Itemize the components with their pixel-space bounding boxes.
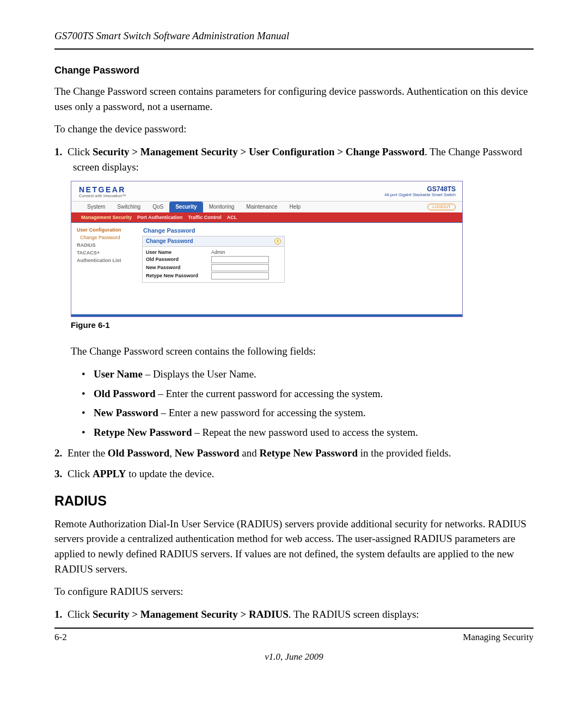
horizontal-rule bbox=[54, 48, 534, 50]
label-old-password: Old Password bbox=[146, 257, 211, 262]
label-retype-password: Retype New Password bbox=[146, 273, 211, 278]
procedure-lead: To change the device password: bbox=[54, 121, 534, 137]
desc: – Enter a new password for accessing the… bbox=[158, 407, 366, 418]
bullet-user-name: User Name – Displays the User Name. bbox=[82, 366, 534, 382]
tab-security[interactable]: Security bbox=[169, 202, 203, 212]
subtab-port-auth[interactable]: Port Authentication bbox=[137, 215, 182, 220]
desc: – Enter the current password for accessi… bbox=[156, 388, 383, 399]
model-name: GS748TS bbox=[384, 186, 456, 193]
info-icon[interactable]: i bbox=[274, 238, 281, 245]
section-name: Managing Security bbox=[463, 632, 534, 643]
step-text: Click bbox=[68, 146, 93, 157]
doc-title: GS700TS Smart Switch Software Administra… bbox=[54, 30, 534, 42]
radius-step-1: 1.Click Security > Management Security >… bbox=[54, 607, 534, 623]
panel-body: User Name Admin Old Password New Passwor… bbox=[143, 247, 284, 282]
desc: – Repeat the new password used to access… bbox=[192, 427, 418, 438]
bullet-new-password: New Password – Enter a new password for … bbox=[82, 405, 534, 421]
brand-tagline: Connect with Innovation™ bbox=[79, 194, 126, 198]
panel-outer-title: Change Password bbox=[142, 226, 457, 236]
tab-maintenance[interactable]: Maintenance bbox=[240, 202, 283, 212]
label-user-name: User Name bbox=[146, 249, 211, 255]
logout-button[interactable]: LOGOUT bbox=[427, 204, 456, 210]
sc-sidebar: User Configuration Change Password RADIU… bbox=[71, 223, 140, 314]
brand-block: NETGEAR Connect with Innovation™ bbox=[79, 186, 126, 198]
value-user-name: Admin bbox=[211, 249, 225, 255]
t: Retype New Password bbox=[260, 447, 358, 459]
panel-title: Change Password bbox=[146, 238, 193, 244]
sidebar-item-tacacs[interactable]: TACACS+ bbox=[77, 249, 137, 257]
row-new-pw: New Password bbox=[146, 264, 281, 272]
sc-main: Change Password Change Password i User N… bbox=[140, 223, 462, 314]
input-retype-password[interactable] bbox=[211, 272, 269, 279]
sc-bottom-bar bbox=[71, 314, 462, 317]
figure-caption: Figure 6-1 bbox=[71, 320, 534, 330]
intro-paragraph: The Change Password screen contains para… bbox=[54, 84, 534, 114]
t: . The RADIUS screen displays: bbox=[289, 608, 419, 620]
input-new-password[interactable] bbox=[211, 264, 269, 271]
t: Click bbox=[68, 608, 93, 620]
subtab-management-security[interactable]: Management Security bbox=[81, 215, 132, 220]
step-3: 3.Click APPLY to update the device. bbox=[54, 466, 534, 482]
step-1: 1.Click Security > Management Security >… bbox=[54, 144, 534, 175]
t: to update the device. bbox=[126, 468, 215, 479]
row-old-pw: Old Password bbox=[146, 255, 281, 264]
sc-topbar: NETGEAR Connect with Innovation™ GS748TS… bbox=[71, 181, 462, 201]
subtab-acl[interactable]: ACL bbox=[227, 215, 237, 220]
tab-qos[interactable]: QoS bbox=[146, 202, 169, 212]
page-footer: 6-2 Managing Security bbox=[54, 632, 534, 643]
radius-lead: To configure RADIUS servers: bbox=[54, 584, 534, 599]
term: New Password bbox=[94, 407, 158, 418]
tab-monitoring[interactable]: Monitoring bbox=[203, 202, 241, 212]
heading-radius: RADIUS bbox=[54, 493, 534, 509]
model-desc: 48-port Gigabit Stackable Smart Switch bbox=[384, 193, 456, 197]
bullet-old-password: Old Password – Enter the current passwor… bbox=[82, 386, 534, 401]
sidebar-item-radius[interactable]: RADIUS bbox=[77, 241, 137, 249]
t: Click bbox=[68, 468, 93, 479]
sc-subtab-row: Management Security Port Authentication … bbox=[71, 212, 462, 222]
step-2: 2.Enter the Old Password, New Password a… bbox=[54, 446, 534, 461]
nav-path: Security > Management Security > RADIUS bbox=[93, 608, 289, 620]
t: Old Password bbox=[108, 447, 170, 459]
t: APPLY bbox=[93, 468, 126, 479]
version-line: v1.0, June 2009 bbox=[54, 652, 534, 662]
term: User Name bbox=[94, 368, 143, 380]
row-retype-pw: Retype New Password bbox=[146, 272, 281, 280]
subtab-traffic-control[interactable]: Traffic Control bbox=[188, 215, 222, 220]
tab-help[interactable]: Help bbox=[284, 202, 307, 212]
t: , bbox=[169, 447, 175, 459]
subheading-change-password: Change Password bbox=[54, 65, 534, 76]
t: and bbox=[240, 447, 260, 459]
model-block: GS748TS 48-port Gigabit Stackable Smart … bbox=[384, 186, 456, 197]
page-number: 6-2 bbox=[54, 632, 67, 643]
t: New Password bbox=[175, 447, 240, 459]
desc: – Displays the User Name. bbox=[143, 368, 256, 380]
screenshot-figure: NETGEAR Connect with Innovation™ GS748TS… bbox=[71, 181, 463, 317]
nav-path: Security > Management Security > User Co… bbox=[93, 146, 425, 157]
tab-system[interactable]: System bbox=[81, 202, 111, 212]
brand-logo: NETGEAR bbox=[79, 186, 126, 193]
term: Old Password bbox=[94, 388, 156, 399]
sc-tab-row: System Switching QoS Security Monitoring… bbox=[71, 201, 462, 212]
tab-switching[interactable]: Switching bbox=[111, 202, 146, 212]
label-new-password: New Password bbox=[146, 265, 211, 270]
panel: Change Password i User Name Admin Old Pa… bbox=[142, 236, 285, 283]
t: Enter the bbox=[68, 447, 108, 459]
input-old-password[interactable] bbox=[211, 256, 269, 263]
term: Retype New Password bbox=[94, 427, 192, 438]
bullet-retype-password: Retype New Password – Repeat the new pas… bbox=[82, 424, 534, 440]
t: in the provided fields. bbox=[358, 447, 451, 459]
sidebar-item-change-password[interactable]: Change Password bbox=[77, 234, 137, 241]
radius-paragraph: Remote Authorization Dial-In User Servic… bbox=[54, 516, 534, 576]
horizontal-rule bbox=[54, 628, 534, 629]
panel-head: Change Password i bbox=[143, 236, 284, 247]
row-user: User Name Admin bbox=[146, 249, 281, 255]
sc-body: User Configuration Change Password RADIU… bbox=[71, 222, 462, 314]
sidebar-item-user-config[interactable]: User Configuration bbox=[77, 226, 137, 234]
sidebar-item-auth-list[interactable]: Authentication List bbox=[77, 257, 137, 264]
fields-intro: The Change Password screen contains the … bbox=[71, 344, 534, 359]
